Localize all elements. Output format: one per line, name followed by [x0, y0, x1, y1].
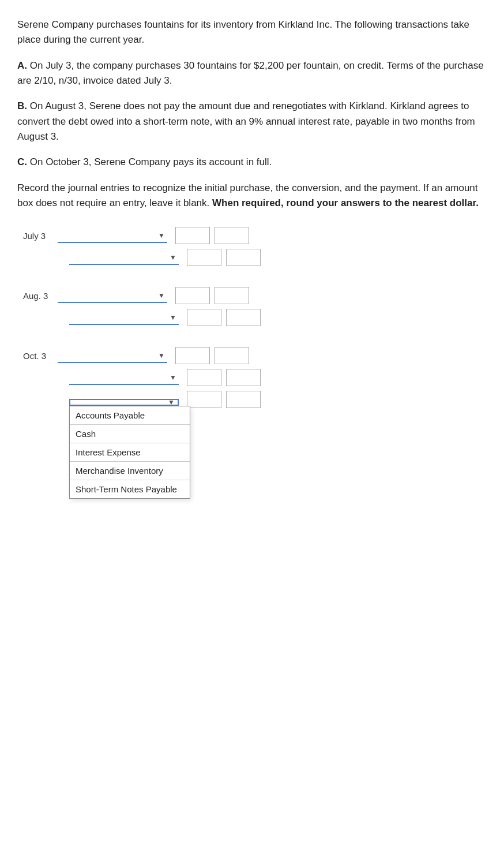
dropdown-option-short-term-notes-payable[interactable]: Short-Term Notes Payable — [70, 480, 190, 498]
dropdown-list-oct3-3: Accounts Payable Cash Interest Expense M… — [69, 406, 190, 499]
section-c-text: On October 3, Serene Company pays its ac… — [30, 156, 272, 167]
credit-input-aug3-2[interactable] — [226, 309, 261, 326]
instructions-paragraph: Record the journal entries to recognize … — [17, 181, 487, 211]
journal-row-aug3-1: Aug. 3 Accounts Payable Cash Interest Ex… — [23, 287, 487, 304]
credit-input-july3-1[interactable] — [215, 227, 249, 244]
section-b: B. On August 3, Serene does not pay the … — [17, 99, 487, 144]
account-dropdown-july3-1[interactable]: Accounts Payable Cash Interest Expense M… — [58, 229, 167, 243]
credit-input-oct3-2[interactable] — [226, 369, 261, 386]
account-dropdown-oct3-2[interactable]: Accounts Payable Cash Interest Expense M… — [69, 371, 179, 385]
account-select-aug3-2[interactable]: Accounts Payable Cash Interest Expense M… — [69, 311, 179, 325]
journal-row-july3-2: Accounts Payable Cash Interest Expense M… — [23, 249, 487, 266]
account-select-oct3-1[interactable]: Accounts Payable Cash Interest Expense M… — [58, 349, 167, 363]
chevron-down-icon-oct3-3: ▼ — [168, 398, 175, 406]
account-dropdown-aug3-2[interactable]: Accounts Payable Cash Interest Expense M… — [69, 311, 179, 325]
account-dropdown-july3-2[interactable]: Accounts Payable Cash Interest Expense M… — [69, 251, 179, 265]
debit-input-aug3-1[interactable] — [175, 287, 210, 304]
dropdown-option-merchandise-inventory[interactable]: Merchandise Inventory — [70, 462, 190, 480]
date-label-july3: July 3 — [23, 231, 58, 241]
debit-input-oct3-1[interactable] — [175, 347, 210, 364]
account-select-aug3-1[interactable]: Accounts Payable Cash Interest Expense M… — [58, 289, 167, 303]
section-a-label: A. — [17, 60, 27, 71]
dropdown-option-cash[interactable]: Cash — [70, 425, 190, 443]
section-a: A. On July 3, the company purchases 30 f… — [17, 58, 487, 89]
journal-group-oct3: Oct. 3 Accounts Payable Cash Interest Ex… — [23, 347, 487, 413]
journal-row-oct3-1: Oct. 3 Accounts Payable Cash Interest Ex… — [23, 347, 487, 364]
section-b-text: On August 3, Serene does not pay the amo… — [17, 100, 475, 142]
section-a-text: On July 3, the company purchases 30 foun… — [17, 60, 484, 86]
section-b-label: B. — [17, 100, 27, 111]
account-dropdown-oct3-3-button[interactable]: ▼ — [69, 399, 179, 406]
journal-area: July 3 Accounts Payable Cash Interest Ex… — [17, 227, 487, 413]
journal-group-july3: July 3 Accounts Payable Cash Interest Ex… — [23, 227, 487, 271]
section-c-label: C. — [17, 156, 27, 167]
date-label-oct3: Oct. 3 — [23, 351, 58, 361]
dropdown-option-interest-expense[interactable]: Interest Expense — [70, 443, 190, 462]
journal-row-oct3-3: ▼ Accounts Payable Cash Interest Expense… — [23, 391, 487, 408]
section-c: C. On October 3, Serene Company pays its… — [17, 155, 487, 170]
account-select-oct3-3-wrapper[interactable]: ▼ Accounts Payable Cash Interest Expense… — [69, 394, 179, 406]
journal-row-aug3-2: Accounts Payable Cash Interest Expense M… — [23, 309, 487, 326]
account-select-oct3-2[interactable]: Accounts Payable Cash Interest Expense M… — [69, 371, 179, 385]
debit-input-july3-2[interactable] — [187, 249, 221, 266]
debit-input-july3-1[interactable] — [175, 227, 210, 244]
credit-input-july3-2[interactable] — [226, 249, 261, 266]
intro-paragraph: Serene Company purchases fountains for i… — [17, 17, 487, 48]
account-select-july3-1[interactable]: Accounts Payable Cash Interest Expense M… — [58, 229, 167, 243]
account-dropdown-aug3-1[interactable]: Accounts Payable Cash Interest Expense M… — [58, 289, 167, 303]
credit-input-oct3-1[interactable] — [215, 347, 249, 364]
journal-group-aug3: Aug. 3 Accounts Payable Cash Interest Ex… — [23, 287, 487, 331]
dropdown-option-accounts-payable[interactable]: Accounts Payable — [70, 406, 190, 425]
account-select-july3-2[interactable]: Accounts Payable Cash Interest Expense M… — [69, 251, 179, 265]
credit-input-aug3-1[interactable] — [215, 287, 249, 304]
debit-input-aug3-2[interactable] — [187, 309, 221, 326]
instructions-bold: When required, round your answers to the… — [212, 197, 479, 208]
journal-row-oct3-2: Accounts Payable Cash Interest Expense M… — [23, 369, 487, 386]
date-label-aug3: Aug. 3 — [23, 291, 58, 301]
journal-row-july3-1: July 3 Accounts Payable Cash Interest Ex… — [23, 227, 487, 244]
account-dropdown-oct3-1[interactable]: Accounts Payable Cash Interest Expense M… — [58, 349, 167, 363]
credit-input-oct3-3[interactable] — [226, 391, 261, 408]
debit-input-oct3-3[interactable] — [187, 391, 221, 408]
debit-input-oct3-2[interactable] — [187, 369, 221, 386]
